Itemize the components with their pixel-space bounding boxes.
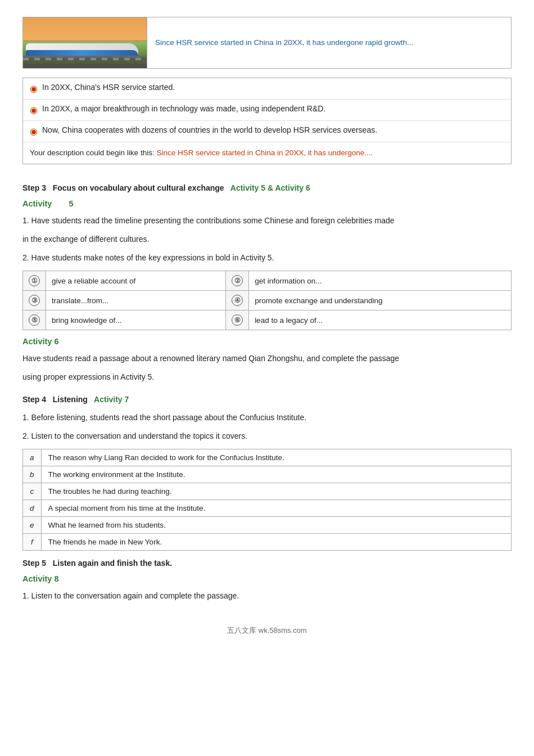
activity5-word: Activity bbox=[22, 199, 52, 208]
step5-text: Listen again and finish the task. bbox=[53, 559, 172, 568]
topic-letter-a: a bbox=[23, 449, 42, 466]
bullet-item-1: ◉ In 20XX, China's HSR service started. bbox=[23, 78, 511, 100]
bullet-item-3: ◉ Now, China cooperates with dozens of c… bbox=[23, 121, 511, 142]
footer-text: 五八文库 wk.58sms.com bbox=[227, 626, 307, 634]
description-prefix: Your description could begin like this: bbox=[30, 148, 156, 157]
activity8-label: Activity 8 bbox=[22, 574, 512, 583]
topic-text-d: A special moment from his time at the In… bbox=[41, 500, 511, 516]
step3-label: Step 3 bbox=[22, 183, 46, 192]
expr-text-4: promote exchange and understanding bbox=[249, 291, 512, 310]
top-intro-box: Since HSR service started in China in 20… bbox=[22, 17, 512, 69]
description-row: Your description could begin like this: … bbox=[23, 142, 511, 164]
topic-letter-e: e bbox=[23, 516, 42, 533]
expr-row-1: ① give a reliable account of ② get infor… bbox=[23, 271, 512, 291]
topic-letter-d: d bbox=[23, 500, 42, 516]
step4-para2: 2. Listen to the conversation and unders… bbox=[22, 429, 512, 443]
expr-num-2: ② bbox=[226, 271, 249, 291]
topic-letter-b: b bbox=[23, 466, 42, 483]
topic-row-c: c The troubles he had during teaching. bbox=[23, 483, 512, 500]
expressions-table: ① give a reliable account of ② get infor… bbox=[22, 271, 512, 330]
topic-row-d: d A special moment from his time at the … bbox=[23, 500, 512, 516]
step3-ref: Activity 5 & Activity 6 bbox=[230, 183, 310, 192]
expr-num-4: ④ bbox=[226, 291, 249, 310]
expr-text-1: give a reliable account of bbox=[46, 271, 226, 291]
expr-num-1: ① bbox=[23, 271, 46, 291]
activity6-label: Activity 6 bbox=[22, 337, 512, 346]
topic-text-a: The reason why Liang Ran decided to work… bbox=[41, 449, 511, 466]
topic-letter-c: c bbox=[23, 483, 42, 500]
activity6-para2: using proper expressions in Activity 5. bbox=[22, 370, 512, 384]
topics-table: a The reason why Liang Ran decided to wo… bbox=[22, 449, 512, 551]
expr-row-2: ③ translate...from... ④ promote exchange… bbox=[23, 291, 512, 310]
topic-text-f: The friends he made in New York. bbox=[41, 533, 511, 550]
step4-heading: Step 4 Listening Activity 7 bbox=[22, 395, 512, 404]
activity8-word: Activity 8 bbox=[22, 574, 58, 583]
step4-ref: Activity 7 bbox=[94, 395, 129, 404]
step4-label: Step 4 bbox=[22, 395, 46, 404]
activity6-word: Activity 6 bbox=[22, 337, 58, 346]
bullet-section: ◉ In 20XX, China's HSR service started. … bbox=[22, 78, 512, 164]
expr-text-2: get information on... bbox=[249, 271, 512, 291]
activity5-para2: in the exchange of different cultures. bbox=[22, 232, 512, 246]
bullet-icon-3: ◉ bbox=[30, 125, 38, 138]
topic-text-b: The working environment at the Institute… bbox=[41, 466, 511, 483]
step4-para1: 1. Before listening, students read the s… bbox=[22, 411, 512, 425]
intro-text: Since HSR service started in China in 20… bbox=[155, 37, 413, 49]
bullet-text-2: In 20XX, a major breakthrough in technol… bbox=[42, 103, 325, 115]
activity8-para1: 1. Listen to the conversation again and … bbox=[22, 589, 512, 603]
expr-row-3: ⑤ bring knowledge of... ⑥ lead to a lega… bbox=[23, 310, 512, 330]
bullet-icon-1: ◉ bbox=[30, 82, 38, 96]
bullet-text-1: In 20XX, China's HSR service started. bbox=[42, 82, 175, 93]
topic-row-b: b The working environment at the Institu… bbox=[23, 466, 512, 483]
topic-row-e: e What he learned from his students. bbox=[23, 516, 512, 533]
step4-text: Listening bbox=[53, 395, 88, 404]
step5-label: Step 5 bbox=[22, 559, 46, 568]
activity5-number: 5 bbox=[69, 199, 73, 208]
topic-text-e: What he learned from his students. bbox=[41, 516, 511, 533]
expr-text-6: lead to a legacy of... bbox=[249, 310, 512, 330]
activity6-para1: Have students read a passage about a ren… bbox=[22, 352, 512, 366]
activity5-label: Activity 5 bbox=[22, 199, 512, 208]
expr-num-6: ⑥ bbox=[226, 310, 249, 330]
topic-letter-f: f bbox=[23, 533, 42, 550]
expr-text-5: bring knowledge of... bbox=[46, 310, 226, 330]
expr-text-3: translate...from... bbox=[46, 291, 226, 310]
step3-text: Focus on vocabulary about cultural excha… bbox=[53, 183, 224, 192]
expr-num-3: ③ bbox=[23, 291, 46, 310]
page-footer: 五八文库 wk.58sms.com bbox=[22, 620, 512, 636]
topic-row-a: a The reason why Liang Ran decided to wo… bbox=[23, 449, 512, 466]
top-description-text: Since HSR service started in China in 20… bbox=[147, 17, 511, 68]
bullet-item-2: ◉ In 20XX, a major breakthrough in techn… bbox=[23, 100, 511, 121]
bullet-text-3: Now, China cooperates with dozens of cou… bbox=[42, 124, 377, 136]
topic-row-f: f The friends he made in New York. bbox=[23, 533, 512, 550]
bullet-icon-2: ◉ bbox=[30, 104, 38, 117]
topic-text-c: The troubles he had during teaching. bbox=[41, 483, 511, 500]
activity5-para3: 2. Have students make notes of the key e… bbox=[22, 251, 512, 265]
description-highlight: Since HSR service started in China in 20… bbox=[156, 148, 373, 157]
activity5-para1: 1. Have students read the timeline prese… bbox=[22, 214, 512, 228]
step5-heading: Step 5 Listen again and finish the task. bbox=[22, 559, 512, 568]
expr-num-5: ⑤ bbox=[23, 310, 46, 330]
step3-heading: Step 3 Focus on vocabulary about cultura… bbox=[22, 183, 512, 192]
hsr-image bbox=[23, 17, 147, 68]
